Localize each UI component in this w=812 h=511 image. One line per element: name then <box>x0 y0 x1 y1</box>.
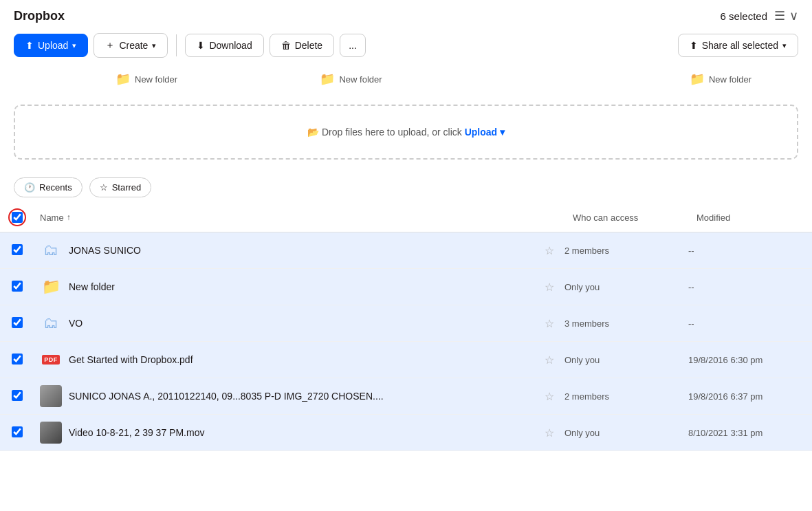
modified-text: 19/8/2016 6:37 pm <box>688 391 762 402</box>
table-row: PDF Get Started with Dropbox.pdf ☆ Only … <box>0 342 812 378</box>
modified-text: -- <box>688 282 694 292</box>
star-col: ☆ <box>534 415 564 451</box>
row-checkbox-col <box>0 415 34 451</box>
more-button[interactable]: ... <box>340 34 366 57</box>
select-all-checkbox[interactable] <box>12 212 23 223</box>
access-col: Only you <box>564 415 688 451</box>
modified-col: -- <box>688 269 812 305</box>
new-folder-item-1[interactable]: 📁 New folder <box>110 69 183 89</box>
file-icon-folder: 📁 <box>40 276 62 298</box>
file-icon-video <box>40 422 62 444</box>
more-label: ... <box>349 40 357 51</box>
file-table: Name ↑ Who can access Modified 🗂 JONAS S… <box>0 203 812 451</box>
row-checkbox[interactable] <box>12 281 23 292</box>
row-checkbox-col <box>0 232 34 269</box>
new-folder-row: 📁 New folder 📁 New folder 📁 New folder <box>0 65 812 96</box>
star-icon[interactable]: ☆ <box>545 391 554 402</box>
star-col: ☆ <box>534 269 564 305</box>
pdf-badge: PDF <box>42 355 60 365</box>
star-icon[interactable]: ☆ <box>545 318 554 329</box>
share-label: Share all selected <box>702 40 778 51</box>
folder-icon-3: 📁 <box>690 72 705 87</box>
upload-folder-icon: 📂 <box>307 127 322 138</box>
star-col: ☆ <box>534 232 564 269</box>
access-text: 2 members <box>564 391 609 402</box>
folder-icon: 📁 <box>42 278 61 296</box>
toolbar-left: ⬆ Upload ▾ ＋ Create ▾ ⬇ Download 🗑 Delet… <box>14 33 366 58</box>
star-icon[interactable]: ☆ <box>545 354 554 366</box>
file-name: Get Started with Dropbox.pdf <box>69 354 193 365</box>
create-button[interactable]: ＋ Create ▾ <box>94 33 168 58</box>
filter-bar: 🕐 Recents ☆ Starred <box>0 168 812 203</box>
file-icon-shared-folder: 🗂 <box>40 312 62 334</box>
file-icon-shared-folder: 🗂 <box>40 239 62 261</box>
view-controls[interactable]: ☰ ∨ <box>774 8 798 23</box>
drop-zone: 📂 Drop files here to upload, or click Up… <box>14 105 798 160</box>
upload-icon: ⬆ <box>25 40 34 51</box>
star-icon[interactable]: ☆ <box>545 281 554 293</box>
video-thumbnail <box>40 422 62 444</box>
name-col-body: Video 10-8-21, 2 39 37 PM.mov <box>40 422 529 444</box>
create-chevron-icon: ▾ <box>152 41 156 50</box>
delete-button[interactable]: 🗑 Delete <box>270 34 334 57</box>
row-checkbox-col <box>0 378 34 415</box>
row-checkbox[interactable] <box>12 354 23 365</box>
create-label: Create <box>119 40 148 51</box>
toolbar-divider <box>176 34 177 56</box>
chevron-down-icon: ∨ <box>789 8 798 23</box>
access-col: Only you <box>564 269 688 305</box>
recents-filter[interactable]: 🕐 Recents <box>14 177 83 197</box>
modified-col: 8/10/2021 3:31 pm <box>688 415 812 451</box>
star-icon: ☆ <box>100 182 108 193</box>
modified-col: -- <box>688 232 812 269</box>
row-checkbox[interactable] <box>12 317 23 328</box>
row-checkbox[interactable] <box>12 390 23 401</box>
star-col: ☆ <box>534 305 564 342</box>
star-icon[interactable]: ☆ <box>545 245 554 257</box>
name-col-body: PDF Get Started with Dropbox.pdf <box>40 349 529 371</box>
upload-link[interactable]: Upload ▾ <box>465 127 505 138</box>
delete-label: Delete <box>295 40 322 51</box>
modified-header: Modified <box>688 203 812 232</box>
trash-icon: 🗑 <box>281 40 291 51</box>
toolbar: ⬆ Upload ▾ ＋ Create ▾ ⬇ Download 🗑 Delet… <box>0 29 812 65</box>
starred-filter[interactable]: ☆ Starred <box>89 177 152 197</box>
name-sort: Name ↑ <box>40 213 71 223</box>
modified-col: 19/8/2016 6:30 pm <box>688 342 812 378</box>
new-folder-item-2[interactable]: 📁 New folder <box>314 69 387 89</box>
modified-col: 19/8/2016 6:37 pm <box>688 378 812 415</box>
download-icon: ⬇ <box>197 40 205 51</box>
modified-text: -- <box>688 318 694 329</box>
starred-label: Starred <box>112 182 142 193</box>
file-name: New folder <box>69 281 115 292</box>
upload-button[interactable]: ⬆ Upload ▾ <box>14 34 88 57</box>
row-checkbox[interactable] <box>12 244 23 255</box>
top-bar: Dropbox 6 selected ☰ ∨ <box>0 0 812 29</box>
table-row: 📁 New folder ☆ Only you -- <box>0 269 812 305</box>
new-folder-item-3[interactable]: 📁 New folder <box>684 69 757 89</box>
access-col: 2 members <box>564 378 688 415</box>
row-name-col: SUNICO JONAS A., 20110122140, 09...8035 … <box>34 378 534 415</box>
share-all-button[interactable]: ⬆ Share all selected ▾ <box>678 34 798 57</box>
access-header: Who can access <box>564 203 688 232</box>
name-col-body: 🗂 JONAS SUNICO <box>40 239 529 261</box>
name-header[interactable]: Name ↑ <box>34 203 534 232</box>
star-icon[interactable]: ☆ <box>545 427 554 439</box>
plus-icon: ＋ <box>105 39 115 52</box>
file-name: VO <box>69 318 83 329</box>
clock-icon: 🕐 <box>24 182 35 193</box>
folder-icon-1: 📁 <box>116 72 131 87</box>
header-check-ring <box>8 208 26 226</box>
name-col-body: SUNICO JONAS A., 20110122140, 09...8035 … <box>40 385 529 407</box>
access-text: 2 members <box>564 246 609 256</box>
star-col: ☆ <box>534 378 564 415</box>
new-folder-label-2: New folder <box>339 74 382 85</box>
new-folder-label-3: New folder <box>709 74 751 85</box>
access-col: 3 members <box>564 305 688 342</box>
table-row: Video 10-8-21, 2 39 37 PM.mov ☆ Only you… <box>0 415 812 451</box>
download-button[interactable]: ⬇ Download <box>185 34 263 57</box>
new-folder-label-1: New folder <box>135 74 177 85</box>
app-title: Dropbox <box>14 9 65 23</box>
row-checkbox[interactable] <box>12 426 23 437</box>
drop-zone-text: 📂 Drop files here to upload, or click Up… <box>307 127 505 138</box>
